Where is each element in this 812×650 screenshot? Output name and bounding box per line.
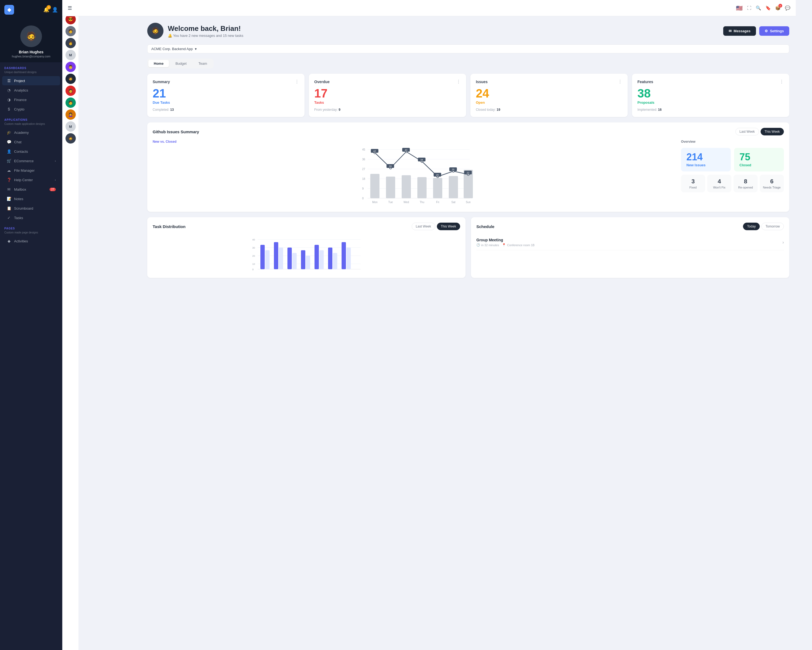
tab-home[interactable]: Home	[148, 60, 169, 67]
sidebar-item-mailbox[interactable]: ✉ Mailbox 27	[2, 185, 60, 194]
stat-card-issues: Issues ⋮ 24 Open Closed today: 19	[470, 74, 628, 117]
this-week-button[interactable]: This Week	[760, 128, 784, 135]
week-toggle: Last Week This Week	[736, 128, 784, 135]
sidebar-item-finance[interactable]: ◑ Finance	[2, 95, 60, 104]
more-options-icon[interactable]: ⋮	[780, 79, 784, 84]
sidebar-item-helpcenter[interactable]: ❓ Help Center ›	[2, 175, 60, 184]
stat-card-header: Issues ⋮	[476, 79, 622, 84]
project-selector[interactable]: ACME Corp. Backend App ▾	[147, 44, 789, 54]
schedule-day-toggle: Today Tomorrow	[743, 223, 784, 230]
stat-sub: Closed today: 19	[476, 108, 622, 112]
flag-icon[interactable]: 🇺🇸	[736, 5, 743, 11]
stat-title: Summary	[153, 80, 170, 84]
sidebar-item-contacts[interactable]: 👤 Contacts	[2, 147, 60, 156]
contacts-icon: 👤	[6, 149, 11, 154]
stat-card-header: Summary ⋮	[153, 79, 299, 84]
tab-team[interactable]: Team	[193, 60, 212, 67]
topbar: ☰ 🇺🇸 ⛶ 🔍 🔖 📦 5 💬	[62, 0, 796, 16]
sidebar-item-label: Crypto	[14, 107, 24, 111]
topbar-left: ☰	[68, 5, 72, 11]
app-logo[interactable]: ◆	[4, 5, 14, 15]
overview-label: Overview	[681, 140, 784, 144]
right-sidebar-avatar-initial[interactable]: M	[66, 50, 76, 60]
today-button[interactable]: Today	[743, 223, 760, 230]
more-options-icon[interactable]: ⋮	[456, 79, 461, 84]
mini-stat-number: 6	[762, 178, 781, 185]
sidebar-item-tasks[interactable]: ✓ Tasks	[2, 213, 60, 222]
hamburger-icon[interactable]: ☰	[68, 5, 72, 11]
task-last-week-button[interactable]: Last Week	[412, 223, 435, 230]
more-options-icon[interactable]: ⋮	[295, 79, 299, 84]
welcome-text: Welcome back, Brian! 🔔 You have 2 new me…	[168, 24, 243, 38]
sidebar-item-crypto[interactable]: $ Crypto	[2, 104, 60, 114]
stat-card-summary: Summary ⋮ 21 Due Tasks Completed: 13	[147, 74, 304, 117]
messages-button[interactable]: ✉ Messages	[723, 26, 756, 36]
svg-text:Tue: Tue	[388, 201, 393, 203]
svg-rect-17	[449, 176, 458, 198]
svg-text:9: 9	[362, 187, 364, 190]
svg-text:Fri: Fri	[436, 201, 439, 203]
sidebar-item-project[interactable]: ☰ Project	[2, 76, 60, 85]
notifications-icon[interactable]: 📦 5	[775, 5, 781, 11]
sidebar-item-activities[interactable]: ◆ Activities	[2, 236, 60, 246]
stat-title: Issues	[476, 80, 488, 84]
sidebar-item-notes[interactable]: 📝 Notes	[2, 194, 60, 203]
sidebar-item-label: File Manager	[14, 168, 35, 173]
svg-text:0: 0	[362, 197, 364, 200]
schedule-header: Schedule Today Tomorrow	[476, 223, 784, 230]
task-dist-week-toggle: Last Week This Week	[412, 223, 460, 230]
task-this-week-button[interactable]: This Week	[437, 223, 460, 230]
expand-icon[interactable]: ⛶	[747, 6, 751, 11]
right-sidebar-avatar[interactable]: 👨	[66, 62, 76, 72]
right-sidebar-avatar[interactable]: 👩‍🦱	[66, 109, 76, 120]
sidebar-item-label: Chat	[14, 140, 21, 144]
stat-sub: Completed: 13	[153, 108, 299, 112]
sidebar-item-chat[interactable]: 💬 Chat	[2, 137, 60, 147]
stat-card-header: Features ⋮	[637, 79, 784, 84]
right-sidebar-avatar[interactable]: 🧑	[66, 26, 76, 36]
right-sidebar-avatar-initial[interactable]: M	[66, 121, 76, 132]
schedule-meeting-item: Group Meeting 🕐 in 32 minutes 📍 Conferen…	[476, 234, 784, 250]
svg-text:40: 40	[252, 238, 255, 241]
sidebar-item-scrumboard[interactable]: 📋 Scrumboard	[2, 203, 60, 213]
sidebar-header-icons: 🔔 3 👤	[43, 7, 58, 13]
welcome-avatar: 🧔	[147, 23, 163, 39]
task-distribution-section: Task Distribution Last Week This Week 40…	[147, 217, 466, 278]
chevron-down-icon: ▾	[195, 47, 197, 51]
svg-text:18: 18	[362, 177, 365, 180]
right-sidebar-avatar[interactable]: 🧑	[66, 98, 76, 108]
stat-card-overdue: Overdue ⋮ 17 Tasks From yesterday: 9	[309, 74, 466, 117]
sidebar-item-label: Project	[14, 79, 25, 83]
right-sidebar-avatar[interactable]: 🧔	[66, 133, 76, 144]
location-icon: 📍	[502, 243, 506, 247]
welcome-subtitle: 🔔 You have 2 new messages and 15 new tas…	[168, 34, 243, 38]
clock-icon: 🕐	[476, 243, 480, 247]
sidebar-item-academy[interactable]: 🎓 Academy	[2, 128, 60, 137]
last-week-button[interactable]: Last Week	[736, 128, 759, 135]
messages-icon[interactable]: 💬	[785, 5, 791, 11]
right-sidebar-avatar[interactable]: 🧔	[66, 74, 76, 84]
chevron-right-icon[interactable]: ›	[783, 240, 784, 245]
svg-rect-13	[386, 177, 395, 198]
right-sidebar-avatar[interactable]: 👩	[66, 38, 76, 48]
sidebar-item-filemanager[interactable]: ☁ File Manager	[2, 166, 60, 175]
notification-icon[interactable]: 🔔 3	[43, 7, 49, 13]
svg-text:27: 27	[362, 168, 365, 171]
bottom-row: Task Distribution Last Week This Week 40…	[147, 217, 789, 278]
stat-number: 38	[637, 87, 784, 99]
settings-button[interactable]: ⚙ Settings	[759, 26, 789, 36]
more-options-icon[interactable]: ⋮	[618, 79, 622, 84]
finance-icon: ◑	[6, 98, 11, 102]
tomorrow-button[interactable]: Tomorrow	[762, 223, 784, 230]
search-icon[interactable]: 🔍	[756, 5, 761, 11]
tab-budget[interactable]: Budget	[170, 60, 192, 67]
sidebar-item-analytics[interactable]: ◔ Analytics	[2, 86, 60, 95]
sidebar-item-label: ECommerce	[14, 159, 34, 163]
user-search-icon[interactable]: 👤	[52, 7, 58, 13]
bookmark-icon[interactable]: 🔖	[765, 5, 771, 11]
nav-applications-section: APPLICATIONS Custom made application des…	[0, 114, 62, 223]
sidebar-header: ◆ 🔔 3 👤	[0, 0, 62, 19]
sidebar-item-ecommerce[interactable]: 🛒 ECommerce ›	[2, 156, 60, 165]
right-sidebar-avatar[interactable]: 👩	[66, 86, 76, 96]
welcome-actions: ✉ Messages ⚙ Settings	[723, 26, 789, 36]
